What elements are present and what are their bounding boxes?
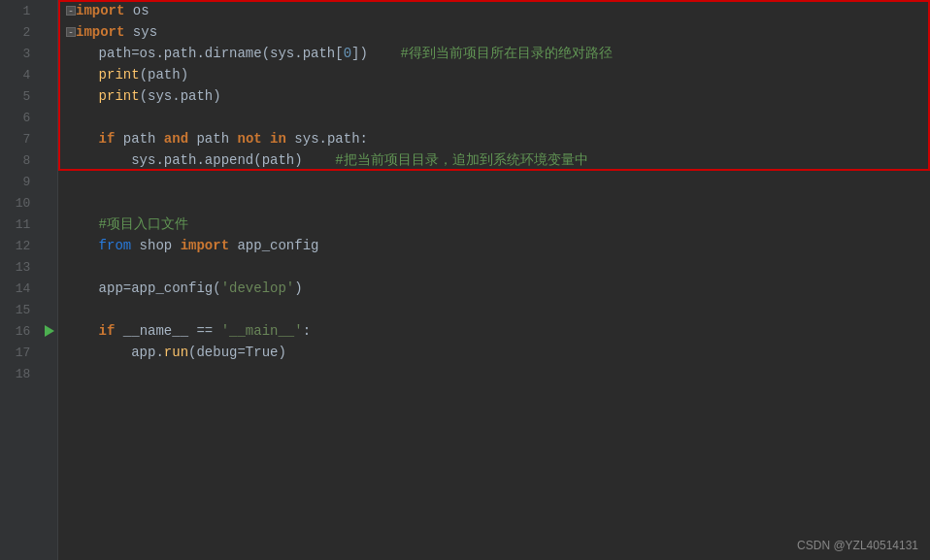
line-number: 1 [0, 4, 38, 18]
editor: 123456789101112131415161718 -import os-i… [0, 0, 930, 560]
line-number: 12 [0, 239, 38, 253]
token-plain: path=os.path.dirname(sys.path[ [99, 46, 344, 61]
token-plain: (debug=True) [188, 345, 286, 360]
run-arrow-icon[interactable] [45, 325, 54, 337]
line-marker[interactable] [38, 325, 57, 337]
line-number: 13 [0, 260, 38, 275]
fold-icon[interactable]: - [66, 27, 76, 37]
code-line [66, 256, 930, 278]
watermark: CSDN @YZL40514131 [797, 539, 918, 552]
code-line: path=os.path.dirname(sys.path[0]) #得到当前项… [66, 43, 930, 64]
token-func: print [99, 67, 140, 82]
gutter-row: 1 [0, 0, 57, 21]
token-number: 0 [344, 46, 351, 61]
line-number: 11 [0, 217, 38, 232]
line-number: 17 [0, 346, 38, 360]
code-line [66, 299, 930, 320]
token-plain: : [303, 323, 311, 339]
token-kw: in [270, 131, 286, 147]
token-plain: (sys.path) [140, 88, 221, 104]
gutter-row: 17 [0, 342, 57, 363]
gutter-row: 10 [0, 192, 57, 214]
gutter-row: 7 [0, 128, 57, 149]
line-number: 7 [0, 132, 38, 147]
token-plain: sys.path.append(path) [66, 152, 335, 168]
gutter-row: 11 [0, 214, 57, 235]
line-number: 10 [0, 196, 38, 211]
token-kw-blue: from [99, 238, 132, 253]
token-plain: app_config [229, 238, 318, 253]
token-plain [66, 88, 99, 104]
code-line: from shop import app_config [66, 235, 930, 256]
gutter-row: 13 [0, 256, 57, 278]
token-kw: if [99, 131, 116, 147]
code-line: app.run(debug=True) [66, 342, 930, 363]
token-kw: and [164, 131, 188, 147]
token-func: print [99, 88, 140, 104]
gutter-row: 15 [0, 299, 57, 320]
token-plain: sys.path: [286, 131, 368, 147]
code-line [66, 363, 930, 384]
token-plain: ]) [351, 46, 400, 61]
token-plain: os [124, 3, 149, 18]
token-plain [66, 46, 99, 61]
token-comment-cn: #把当前项目目录，追加到系统环境变量中 [335, 151, 587, 169]
code-area: 123456789101112131415161718 -import os-i… [0, 0, 930, 560]
token-plain: shop [131, 238, 180, 253]
gutter-row: 2 [0, 21, 57, 43]
gutter-row: 18 [0, 363, 57, 384]
token-plain: __name__ == [115, 323, 220, 339]
token-kw: import [76, 24, 124, 40]
token-plain: (path) [140, 67, 188, 82]
gutter-row: 8 [0, 149, 57, 171]
code-line: if path and path not in sys.path: [66, 128, 930, 149]
line-number: 14 [0, 281, 38, 296]
gutter: 123456789101112131415161718 [0, 0, 58, 560]
gutter-row: 6 [0, 107, 57, 128]
code-line: print(sys.path) [66, 85, 930, 107]
code-line: print(path) [66, 64, 930, 85]
line-number: 3 [0, 47, 38, 61]
code-line [66, 171, 930, 192]
token-string: 'develop' [221, 280, 295, 296]
fold-icon[interactable]: - [66, 6, 76, 16]
gutter-row: 12 [0, 235, 57, 256]
token-plain: sys [124, 24, 157, 40]
line-number: 18 [0, 367, 38, 381]
token-plain [66, 216, 99, 232]
code-line [66, 192, 930, 214]
gutter-row: 3 [0, 43, 57, 64]
line-number: 8 [0, 153, 38, 168]
token-plain [262, 131, 270, 147]
token-plain: ) [294, 280, 302, 296]
token-comment-cn: #得到当前项目所在目录的绝对路径 [400, 45, 612, 62]
token-plain [66, 238, 99, 253]
line-number: 15 [0, 303, 38, 317]
code-content: -import os-import sys path=os.path.dirna… [58, 0, 930, 384]
line-number: 16 [0, 324, 38, 339]
code-line: -import sys [66, 21, 930, 43]
gutter-row: 5 [0, 85, 57, 107]
line-number: 5 [0, 89, 38, 104]
token-plain: path [188, 131, 237, 147]
line-number: 9 [0, 175, 38, 189]
line-number: 4 [0, 68, 38, 82]
token-plain: app=app_config( [66, 280, 221, 296]
gutter-row: 14 [0, 278, 57, 299]
token-plain [66, 323, 99, 339]
token-kw: if [99, 323, 116, 339]
token-plain: app. [66, 345, 164, 360]
token-comment-cn: #项目入口文件 [99, 215, 188, 233]
token-plain [66, 131, 99, 147]
code-line [66, 107, 930, 128]
token-string: '__main__' [221, 323, 303, 339]
gutter-row: 9 [0, 171, 57, 192]
code-line: #项目入口文件 [66, 214, 930, 235]
gutter-row: 4 [0, 64, 57, 85]
code-line: -import os [66, 0, 930, 21]
token-kw: not [237, 131, 261, 147]
token-kw: import [76, 3, 124, 18]
token-kw: import [181, 238, 229, 253]
code-line: app=app_config('develop') [66, 278, 930, 299]
token-plain: path [115, 131, 163, 147]
